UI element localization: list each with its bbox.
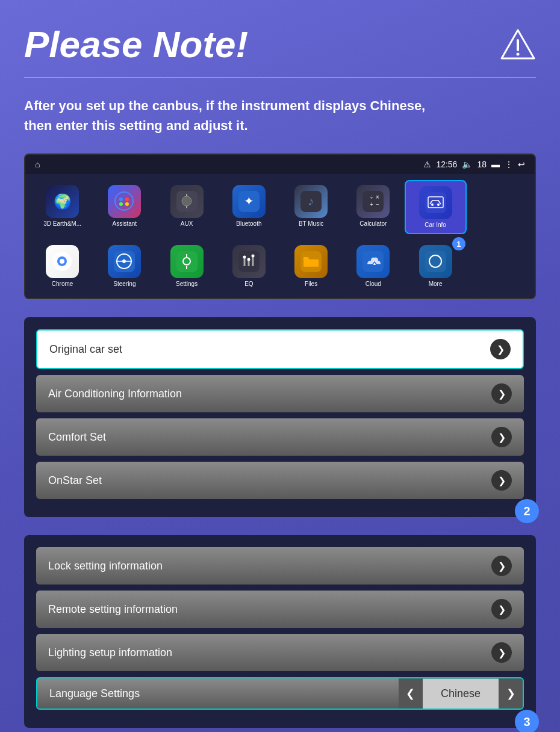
svg-point-41 (247, 258, 250, 261)
app-item-chrome[interactable]: Chrome (31, 240, 93, 292)
svg-point-5 (119, 202, 123, 206)
language-next-button[interactable]: ❯ (499, 678, 523, 709)
svg-point-22 (431, 203, 434, 206)
menu-item-ac-info[interactable]: Air Conditioning Information ❯ (36, 375, 524, 412)
app-item-more[interactable]: More 1 (405, 240, 467, 292)
svg-point-42 (251, 255, 254, 258)
app-item-aux[interactable]: AUX (156, 180, 218, 234)
menu-item-lock-setting[interactable]: Lock setting information ❯ (36, 547, 524, 585)
back-icon: ↩ (518, 160, 525, 169)
app-label-bluetooth: Bluetooth (220, 220, 278, 227)
app-label-calc: Calculator (344, 220, 402, 227)
app-item-earth[interactable]: 🌍 3D Earth&M... (31, 180, 93, 234)
app-grid-row1: 🌍 3D Earth&M... Assistant (25, 174, 535, 240)
menu-arrow-lock: ❯ (491, 556, 512, 576)
volume-icon: 🔈 (462, 160, 472, 169)
language-settings-label: Language Settings (37, 679, 399, 709)
badge-1: 1 (452, 237, 465, 250)
svg-rect-35 (186, 266, 187, 269)
app-label-steering: Steering (96, 281, 153, 287)
app-label-btmusic: BT Music (282, 220, 340, 227)
app-icon-eq (232, 245, 266, 278)
menu-item-comfort-set[interactable]: Comfort Set ❯ (36, 418, 524, 456)
app-label-chrome: Chrome (34, 281, 91, 287)
app-item-settings2[interactable]: Settings (156, 240, 218, 292)
menu-arrow-lighting: ❯ (491, 642, 512, 663)
app-icon-folder (294, 245, 328, 278)
volume-value: 18 (477, 160, 487, 169)
svg-point-3 (119, 197, 123, 201)
status-bar: ⌂ ⚠ 12:56 🔈 18 ▬ ⋮ ↩ (25, 155, 535, 174)
menu-label-ac: Air Conditioning Information (48, 388, 182, 400)
menu-label-lock: Lock setting information (48, 560, 163, 572)
menu-arrow-ac: ❯ (491, 383, 512, 404)
app-icon-calc: ÷ × + − (356, 185, 390, 218)
app-icon-earth: 🌍 (46, 185, 79, 218)
menu-label-onstar: OnStar Set (48, 474, 102, 487)
app-label-assistant: Assistant (96, 220, 153, 227)
menu-item-onstar[interactable]: OnStar Set ❯ (36, 462, 524, 499)
menu-arrow-remote: ❯ (491, 599, 512, 619)
app-item-calc[interactable]: ÷ × + − Calculator (342, 180, 404, 234)
warning-icon (500, 27, 536, 63)
svg-rect-46 (425, 251, 446, 272)
app-icon-assistant (108, 185, 141, 218)
language-value: Chinese (423, 679, 499, 709)
badge-2: 2 (515, 499, 539, 523)
app-grid-row2: Chrome Steering (25, 240, 535, 298)
svg-point-23 (437, 203, 440, 206)
menu-label-lighting: Lighting setup information (48, 647, 172, 659)
menu-arrow-original: ❯ (490, 339, 511, 359)
home-icon: ⌂ (35, 160, 40, 169)
svg-text:♪: ♪ (308, 194, 314, 208)
app-item-eq[interactable]: EQ (218, 240, 280, 292)
screenshot-3: Lock setting information ❯ Remote settin… (24, 535, 536, 728)
menu-item-original-car-set[interactable]: Original car set ❯ (36, 329, 524, 369)
svg-point-6 (125, 202, 129, 206)
language-prev-button[interactable]: ❮ (399, 678, 423, 709)
language-settings-item[interactable]: Language Settings ❮ Chinese ❯ (36, 677, 524, 710)
svg-point-4 (125, 197, 129, 201)
app-label-earth: 3D Earth&M... (34, 220, 91, 227)
svg-point-1 (517, 53, 520, 56)
app-item-bluetooth[interactable]: ✦ Bluetooth (218, 180, 280, 234)
app-icon-carinfo (419, 186, 452, 219)
menu-arrow-comfort: ❯ (491, 427, 512, 447)
app-item-carinfo[interactable]: Car Info (405, 180, 467, 234)
app-icon-btmusic: ♪ (294, 185, 328, 218)
svg-point-2 (115, 192, 133, 210)
app-icon-cloud (356, 245, 390, 278)
battery-icon: ▬ (491, 160, 500, 169)
app-label-folder: Files (282, 281, 340, 287)
screenshot-1: ⌂ ⚠ 12:56 🔈 18 ▬ ⋮ ↩ 🌍 3D Earth&M... (24, 154, 536, 299)
app-item-assistant[interactable]: Assistant (93, 180, 155, 234)
menu-item-remote-setting[interactable]: Remote setting information ❯ (36, 591, 524, 628)
svg-point-29 (122, 259, 126, 263)
screenshot-2-section: Original car set ❯ Air Conditioning Info… (24, 317, 536, 517)
app-label-more: More (407, 281, 464, 287)
svg-text:÷: ÷ (370, 194, 373, 200)
app-icon-bluetooth: ✦ (232, 185, 266, 218)
screenshot-2: Original car set ❯ Air Conditioning Info… (24, 317, 536, 517)
svg-text:✦: ✦ (243, 194, 254, 208)
screenshot-1-section: ⌂ ⚠ 12:56 🔈 18 ▬ ⋮ ↩ 🌍 3D Earth&M... (24, 154, 536, 299)
app-label-settings2: Settings (158, 281, 216, 287)
app-label-cloud: Cloud (344, 281, 402, 287)
svg-text:×: × (376, 194, 379, 200)
app-icon-steering (108, 245, 141, 278)
menu-item-lighting[interactable]: Lighting setup information ❯ (36, 634, 524, 671)
app-label-eq: EQ (220, 281, 278, 287)
section-divider (24, 77, 536, 78)
svg-text:+: + (370, 201, 373, 208)
badge-3: 3 (515, 710, 539, 732)
app-item-steering[interactable]: Steering (93, 240, 155, 292)
app-icon-aux (170, 185, 204, 218)
svg-rect-34 (186, 254, 187, 257)
app-label-carinfo: Car Info (408, 222, 463, 228)
menu-icon: ⋮ (505, 160, 513, 169)
svg-point-26 (60, 259, 64, 264)
screenshot-3-section: Lock setting information ❯ Remote settin… (24, 535, 536, 728)
app-item-folder[interactable]: Files (280, 240, 342, 292)
app-item-btmusic[interactable]: ♪ BT Music (280, 180, 342, 234)
app-item-cloud[interactable]: Cloud (342, 240, 404, 292)
